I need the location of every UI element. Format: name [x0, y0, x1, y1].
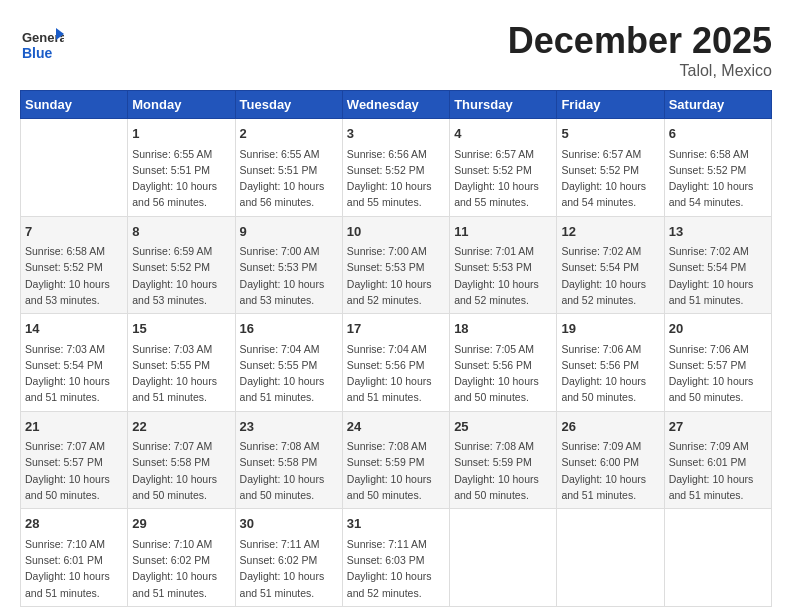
- day-number: 7: [25, 222, 123, 242]
- calendar-cell: [450, 509, 557, 607]
- calendar-cell: 1Sunrise: 6:55 AM Sunset: 5:51 PM Daylig…: [128, 119, 235, 217]
- day-info: Sunrise: 7:00 AM Sunset: 5:53 PM Dayligh…: [240, 243, 338, 308]
- calendar-cell: 11Sunrise: 7:01 AM Sunset: 5:53 PM Dayli…: [450, 216, 557, 314]
- day-number: 25: [454, 417, 552, 437]
- day-info: Sunrise: 6:56 AM Sunset: 5:52 PM Dayligh…: [347, 146, 445, 211]
- calendar-cell: 6Sunrise: 6:58 AM Sunset: 5:52 PM Daylig…: [664, 119, 771, 217]
- day-info: Sunrise: 7:02 AM Sunset: 5:54 PM Dayligh…: [561, 243, 659, 308]
- calendar-cell: 16Sunrise: 7:04 AM Sunset: 5:55 PM Dayli…: [235, 314, 342, 412]
- col-header-monday: Monday: [128, 91, 235, 119]
- day-info: Sunrise: 7:11 AM Sunset: 6:03 PM Dayligh…: [347, 536, 445, 601]
- day-info: Sunrise: 7:00 AM Sunset: 5:53 PM Dayligh…: [347, 243, 445, 308]
- day-info: Sunrise: 7:07 AM Sunset: 5:58 PM Dayligh…: [132, 438, 230, 503]
- day-number: 21: [25, 417, 123, 437]
- day-info: Sunrise: 7:01 AM Sunset: 5:53 PM Dayligh…: [454, 243, 552, 308]
- day-info: Sunrise: 7:08 AM Sunset: 5:59 PM Dayligh…: [454, 438, 552, 503]
- calendar-cell: 19Sunrise: 7:06 AM Sunset: 5:56 PM Dayli…: [557, 314, 664, 412]
- calendar-cell: 15Sunrise: 7:03 AM Sunset: 5:55 PM Dayli…: [128, 314, 235, 412]
- day-number: 19: [561, 319, 659, 339]
- header-row: SundayMondayTuesdayWednesdayThursdayFrid…: [21, 91, 772, 119]
- calendar-cell: 7Sunrise: 6:58 AM Sunset: 5:52 PM Daylig…: [21, 216, 128, 314]
- day-info: Sunrise: 6:58 AM Sunset: 5:52 PM Dayligh…: [25, 243, 123, 308]
- calendar-table: SundayMondayTuesdayWednesdayThursdayFrid…: [20, 90, 772, 607]
- calendar-cell: 9Sunrise: 7:00 AM Sunset: 5:53 PM Daylig…: [235, 216, 342, 314]
- calendar-header: SundayMondayTuesdayWednesdayThursdayFrid…: [21, 91, 772, 119]
- calendar-cell: 8Sunrise: 6:59 AM Sunset: 5:52 PM Daylig…: [128, 216, 235, 314]
- day-info: Sunrise: 6:55 AM Sunset: 5:51 PM Dayligh…: [132, 146, 230, 211]
- day-number: 3: [347, 124, 445, 144]
- logo-icon: General Blue: [20, 20, 64, 64]
- day-number: 11: [454, 222, 552, 242]
- calendar-body: 1Sunrise: 6:55 AM Sunset: 5:51 PM Daylig…: [21, 119, 772, 607]
- day-number: 15: [132, 319, 230, 339]
- calendar-cell: 28Sunrise: 7:10 AM Sunset: 6:01 PM Dayli…: [21, 509, 128, 607]
- calendar-cell: 31Sunrise: 7:11 AM Sunset: 6:03 PM Dayli…: [342, 509, 449, 607]
- day-info: Sunrise: 7:09 AM Sunset: 6:00 PM Dayligh…: [561, 438, 659, 503]
- day-number: 9: [240, 222, 338, 242]
- calendar-cell: 5Sunrise: 6:57 AM Sunset: 5:52 PM Daylig…: [557, 119, 664, 217]
- day-number: 22: [132, 417, 230, 437]
- day-info: Sunrise: 7:07 AM Sunset: 5:57 PM Dayligh…: [25, 438, 123, 503]
- calendar-cell: 27Sunrise: 7:09 AM Sunset: 6:01 PM Dayli…: [664, 411, 771, 509]
- day-info: Sunrise: 6:59 AM Sunset: 5:52 PM Dayligh…: [132, 243, 230, 308]
- day-number: 14: [25, 319, 123, 339]
- calendar-cell: [557, 509, 664, 607]
- calendar-cell: 4Sunrise: 6:57 AM Sunset: 5:52 PM Daylig…: [450, 119, 557, 217]
- day-number: 26: [561, 417, 659, 437]
- day-number: 27: [669, 417, 767, 437]
- day-info: Sunrise: 7:03 AM Sunset: 5:55 PM Dayligh…: [132, 341, 230, 406]
- calendar-cell: 20Sunrise: 7:06 AM Sunset: 5:57 PM Dayli…: [664, 314, 771, 412]
- day-number: 30: [240, 514, 338, 534]
- calendar-cell: 26Sunrise: 7:09 AM Sunset: 6:00 PM Dayli…: [557, 411, 664, 509]
- day-number: 18: [454, 319, 552, 339]
- calendar-cell: 10Sunrise: 7:00 AM Sunset: 5:53 PM Dayli…: [342, 216, 449, 314]
- day-number: 20: [669, 319, 767, 339]
- calendar-cell: 24Sunrise: 7:08 AM Sunset: 5:59 PM Dayli…: [342, 411, 449, 509]
- calendar-cell: 22Sunrise: 7:07 AM Sunset: 5:58 PM Dayli…: [128, 411, 235, 509]
- calendar-cell: 30Sunrise: 7:11 AM Sunset: 6:02 PM Dayli…: [235, 509, 342, 607]
- week-row-2: 7Sunrise: 6:58 AM Sunset: 5:52 PM Daylig…: [21, 216, 772, 314]
- calendar-cell: 21Sunrise: 7:07 AM Sunset: 5:57 PM Dayli…: [21, 411, 128, 509]
- day-info: Sunrise: 7:09 AM Sunset: 6:01 PM Dayligh…: [669, 438, 767, 503]
- calendar-cell: 12Sunrise: 7:02 AM Sunset: 5:54 PM Dayli…: [557, 216, 664, 314]
- day-number: 31: [347, 514, 445, 534]
- day-info: Sunrise: 7:06 AM Sunset: 5:56 PM Dayligh…: [561, 341, 659, 406]
- calendar-cell: [664, 509, 771, 607]
- subtitle: Talol, Mexico: [508, 62, 772, 80]
- col-header-tuesday: Tuesday: [235, 91, 342, 119]
- day-info: Sunrise: 7:04 AM Sunset: 5:56 PM Dayligh…: [347, 341, 445, 406]
- calendar-cell: 2Sunrise: 6:55 AM Sunset: 5:51 PM Daylig…: [235, 119, 342, 217]
- day-info: Sunrise: 7:05 AM Sunset: 5:56 PM Dayligh…: [454, 341, 552, 406]
- day-number: 16: [240, 319, 338, 339]
- week-row-3: 14Sunrise: 7:03 AM Sunset: 5:54 PM Dayli…: [21, 314, 772, 412]
- calendar-cell: 3Sunrise: 6:56 AM Sunset: 5:52 PM Daylig…: [342, 119, 449, 217]
- title-block: December 2025 Talol, Mexico: [508, 20, 772, 80]
- calendar-cell: 23Sunrise: 7:08 AM Sunset: 5:58 PM Dayli…: [235, 411, 342, 509]
- day-number: 6: [669, 124, 767, 144]
- day-number: 28: [25, 514, 123, 534]
- main-title: December 2025: [508, 20, 772, 62]
- calendar-cell: 29Sunrise: 7:10 AM Sunset: 6:02 PM Dayli…: [128, 509, 235, 607]
- week-row-4: 21Sunrise: 7:07 AM Sunset: 5:57 PM Dayli…: [21, 411, 772, 509]
- col-header-sunday: Sunday: [21, 91, 128, 119]
- calendar-cell: 14Sunrise: 7:03 AM Sunset: 5:54 PM Dayli…: [21, 314, 128, 412]
- svg-text:Blue: Blue: [22, 45, 53, 61]
- col-header-wednesday: Wednesday: [342, 91, 449, 119]
- day-number: 13: [669, 222, 767, 242]
- day-info: Sunrise: 7:10 AM Sunset: 6:01 PM Dayligh…: [25, 536, 123, 601]
- logo: General Blue: [20, 20, 64, 64]
- calendar-cell: 25Sunrise: 7:08 AM Sunset: 5:59 PM Dayli…: [450, 411, 557, 509]
- day-info: Sunrise: 7:11 AM Sunset: 6:02 PM Dayligh…: [240, 536, 338, 601]
- day-number: 12: [561, 222, 659, 242]
- day-number: 5: [561, 124, 659, 144]
- day-info: Sunrise: 6:57 AM Sunset: 5:52 PM Dayligh…: [561, 146, 659, 211]
- calendar-cell: 18Sunrise: 7:05 AM Sunset: 5:56 PM Dayli…: [450, 314, 557, 412]
- day-number: 1: [132, 124, 230, 144]
- week-row-1: 1Sunrise: 6:55 AM Sunset: 5:51 PM Daylig…: [21, 119, 772, 217]
- calendar-cell: 13Sunrise: 7:02 AM Sunset: 5:54 PM Dayli…: [664, 216, 771, 314]
- calendar-cell: 17Sunrise: 7:04 AM Sunset: 5:56 PM Dayli…: [342, 314, 449, 412]
- day-number: 17: [347, 319, 445, 339]
- day-number: 8: [132, 222, 230, 242]
- day-info: Sunrise: 7:06 AM Sunset: 5:57 PM Dayligh…: [669, 341, 767, 406]
- day-info: Sunrise: 7:08 AM Sunset: 5:59 PM Dayligh…: [347, 438, 445, 503]
